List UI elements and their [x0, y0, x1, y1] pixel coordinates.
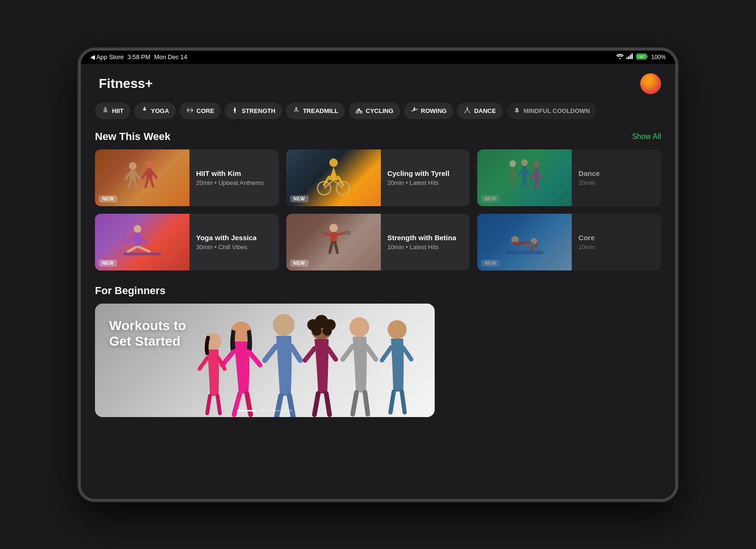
svg-point-27 — [146, 161, 153, 168]
category-core[interactable]: CORE — [180, 103, 221, 119]
workout-thumb-strength: NEW — [286, 214, 381, 270]
svg-point-41 — [509, 160, 516, 167]
workout-thumb-cycling: NEW — [286, 149, 381, 206]
workout-meta-hiit: 20min • Upbeat Anthems — [196, 179, 272, 186]
workout-card-dance[interactable]: NEW Dance 20min — [477, 149, 661, 206]
for-beginners-header: For Beginners — [95, 285, 661, 297]
avatar-image — [640, 73, 661, 94]
mindful-icon — [513, 106, 521, 115]
svg-point-63 — [329, 224, 338, 232]
app-header: Fitness+ — [95, 73, 661, 94]
show-all-button[interactable]: Show All — [632, 132, 661, 141]
category-treadmill[interactable]: TREADMILL — [286, 103, 345, 119]
hiit-icon — [102, 106, 109, 115]
avatar[interactable] — [640, 73, 661, 94]
category-rowing[interactable]: ROWING — [404, 103, 454, 119]
status-right: ⚡ 100% — [616, 53, 666, 61]
svg-rect-4 — [632, 53, 633, 59]
svg-line-50 — [525, 179, 527, 186]
svg-line-109 — [199, 358, 207, 369]
workout-card-cycling[interactable]: NEW Cycling with Tyrell 20min • Latest H… — [286, 149, 470, 206]
workout-card-strength[interactable]: NEW Strength with Betina 10min • Latest … — [286, 214, 470, 270]
workout-title-yoga: Yoga with Jessica — [196, 234, 272, 242]
svg-line-100 — [366, 346, 376, 359]
category-hiit[interactable]: HIIT — [95, 103, 130, 119]
workout-title-core: Core — [578, 234, 654, 242]
battery-icon: ⚡ — [636, 53, 648, 61]
svg-line-23 — [126, 173, 130, 179]
svg-line-86 — [276, 396, 281, 417]
app-title: Fitness+ — [95, 76, 153, 91]
workout-info-cycling: Cycling with Tyrell 20min • Latest Hits — [381, 164, 470, 192]
svg-rect-1 — [627, 57, 628, 59]
svg-rect-68 — [344, 231, 351, 235]
svg-point-46 — [521, 159, 528, 166]
svg-line-91 — [314, 393, 318, 415]
workout-card-yoga[interactable]: NEW Yoga with Jessica 30min • Chill Vibe… — [95, 214, 279, 270]
strength-label: STRENGTH — [241, 107, 275, 114]
workout-meta-yoga: 30min • Chill Vibes — [196, 244, 272, 251]
svg-line-106 — [390, 392, 394, 412]
beginners-card[interactable]: Workouts to Get Started — [95, 304, 435, 417]
svg-line-84 — [265, 346, 276, 360]
dot-3 — [271, 410, 280, 411]
app-content: Fitness+ HIIT — [81, 64, 675, 499]
svg-point-97 — [322, 326, 332, 336]
svg-line-58 — [124, 240, 128, 242]
category-dance[interactable]: DANCE — [457, 103, 502, 119]
svg-point-20 — [515, 108, 518, 111]
svg-line-110 — [218, 358, 224, 369]
svg-rect-2 — [628, 56, 630, 59]
svg-rect-7 — [647, 55, 648, 58]
category-mindful[interactable]: MINDFUL COOLDOWN — [507, 103, 597, 119]
workout-meta-core: 10min — [578, 244, 654, 251]
strength-icon — [231, 106, 239, 115]
yoga-label: YOGA — [151, 107, 169, 114]
carousel-dots — [95, 410, 435, 411]
new-badge-dance: NEW — [481, 195, 499, 202]
mindful-label: MINDFUL COOLDOWN — [524, 107, 590, 114]
svg-line-81 — [234, 393, 240, 415]
svg-rect-66 — [317, 231, 323, 235]
workout-card-core[interactable]: NEW Core 10min — [477, 214, 661, 270]
svg-line-92 — [326, 393, 329, 415]
svg-line-99 — [343, 346, 352, 359]
svg-point-51 — [533, 161, 540, 168]
hiit-label: HIIT — [112, 107, 124, 114]
workout-title-strength: Strength with Betina — [387, 234, 464, 242]
cycling-label: CYCLING — [366, 107, 394, 114]
svg-point-96 — [312, 326, 321, 336]
treadmill-label: TREADMILL — [303, 107, 338, 114]
svg-line-70 — [335, 243, 337, 253]
workout-thumb-hiit: NEW — [95, 149, 189, 206]
workout-meta-dance: 20min — [578, 179, 654, 186]
svg-line-90 — [328, 349, 335, 359]
new-badge-yoga: NEW — [99, 260, 117, 267]
core-label: CORE — [197, 107, 215, 114]
back-button[interactable]: ◀ App Store — [90, 53, 124, 61]
category-strength[interactable]: STRENGTH — [224, 103, 282, 119]
svg-point-9 — [105, 107, 106, 108]
svg-rect-3 — [630, 55, 631, 59]
svg-line-89 — [305, 349, 314, 360]
yoga-icon — [141, 106, 148, 115]
svg-line-32 — [151, 179, 153, 186]
dance-icon — [464, 106, 471, 115]
workout-card-hiit[interactable]: NEW HIIT with Kim 20min • Upbeat Anthems — [95, 149, 279, 206]
svg-line-14 — [235, 111, 235, 113]
svg-point-16 — [356, 111, 359, 113]
workout-thumb-yoga: NEW — [95, 214, 189, 270]
svg-line-49 — [522, 179, 524, 186]
svg-line-61 — [139, 247, 149, 252]
svg-rect-74 — [506, 251, 543, 254]
category-yoga[interactable]: YOGA — [134, 103, 176, 119]
svg-line-30 — [152, 172, 156, 178]
category-cycling[interactable]: CYCLING — [349, 103, 400, 119]
category-nav: HIIT YOGA CORE — [95, 103, 661, 119]
svg-text:⚡: ⚡ — [639, 55, 644, 59]
svg-point-83 — [273, 314, 294, 336]
rowing-icon — [411, 106, 418, 115]
svg-point-103 — [387, 320, 406, 339]
svg-line-80 — [248, 351, 260, 365]
workout-meta-cycling: 20min • Latest Hits — [387, 179, 464, 186]
